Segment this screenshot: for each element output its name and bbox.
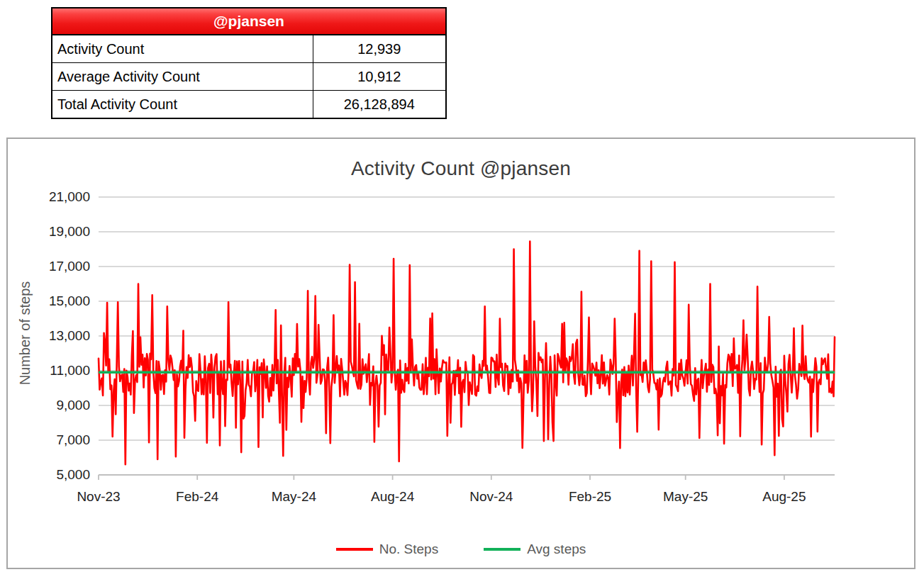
- x-axis-tick-label: Feb-25: [540, 489, 640, 505]
- legend-item-avg-steps[interactable]: Avg steps: [484, 542, 586, 557]
- y-axis-tick-label: 13,000: [8, 328, 90, 344]
- stat-value-activity-count[interactable]: 12,939: [313, 35, 446, 63]
- table-row: Activity Count 12,939: [52, 35, 446, 63]
- y-axis-tick-label: 21,000: [8, 189, 90, 205]
- table-row: Average Activity Count 10,912: [52, 63, 446, 91]
- no-steps-series-line: [99, 242, 835, 465]
- stats-header-cell[interactable]: @pjansen: [52, 8, 446, 35]
- stat-value-total-activity-count[interactable]: 26,128,894: [313, 91, 446, 119]
- stat-label-total-activity-count[interactable]: Total Activity Count: [52, 91, 313, 119]
- legend-label-no-steps: No. Steps: [379, 542, 438, 557]
- x-axis-tick-label: May-24: [244, 489, 343, 505]
- stat-label-average-activity-count[interactable]: Average Activity Count: [52, 63, 313, 91]
- chart-legend: No. Steps Avg steps: [8, 542, 914, 557]
- stat-value-average-activity-count[interactable]: 10,912: [313, 63, 446, 91]
- spreadsheet-dashboard: { "stats_table": { "header": "@pjansen",…: [0, 0, 924, 572]
- stat-label-activity-count[interactable]: Activity Count: [52, 35, 313, 63]
- y-axis-tick-label: 15,000: [8, 293, 90, 309]
- table-row: Total Activity Count 26,128,894: [52, 91, 446, 119]
- y-axis-tick-label: 19,000: [8, 224, 90, 240]
- stats-header-row: @pjansen: [52, 8, 446, 35]
- y-axis-tick-label: 5,000: [8, 467, 90, 483]
- y-axis-tick-label: 9,000: [8, 398, 90, 413]
- no-steps-line-swatch: [336, 548, 373, 551]
- legend-item-no-steps[interactable]: No. Steps: [336, 542, 438, 557]
- x-axis-tick-label: Feb-24: [147, 489, 247, 505]
- avg-steps-line-swatch: [484, 548, 521, 551]
- x-axis-tick-label: Aug-25: [735, 489, 834, 505]
- stats-table: @pjansen Activity Count 12,939 Average A…: [51, 7, 447, 119]
- legend-label-avg-steps: Avg steps: [527, 542, 586, 557]
- activity-chart[interactable]: Activity Count @pjansen Number of steps …: [6, 138, 915, 569]
- y-axis-tick-label: 17,000: [8, 259, 90, 274]
- x-axis-tick-label: Nov-23: [49, 489, 148, 505]
- x-axis-tick-label: Aug-24: [343, 489, 442, 505]
- x-axis-tick-label: Nov-24: [442, 489, 541, 505]
- y-axis-tick-label: 7,000: [8, 432, 90, 448]
- y-axis-tick-label: 11,000: [8, 363, 90, 378]
- x-axis-tick-label: May-25: [636, 489, 735, 505]
